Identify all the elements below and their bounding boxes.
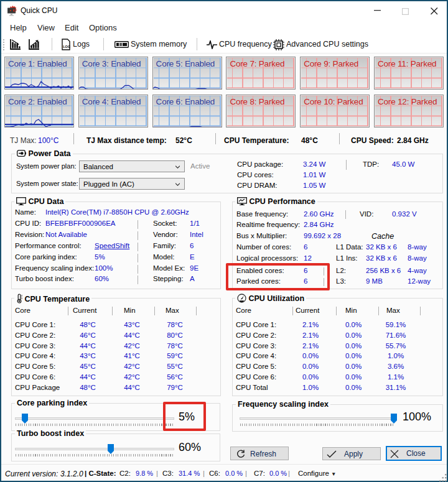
svg-text:LOG: LOG <box>63 45 70 49</box>
